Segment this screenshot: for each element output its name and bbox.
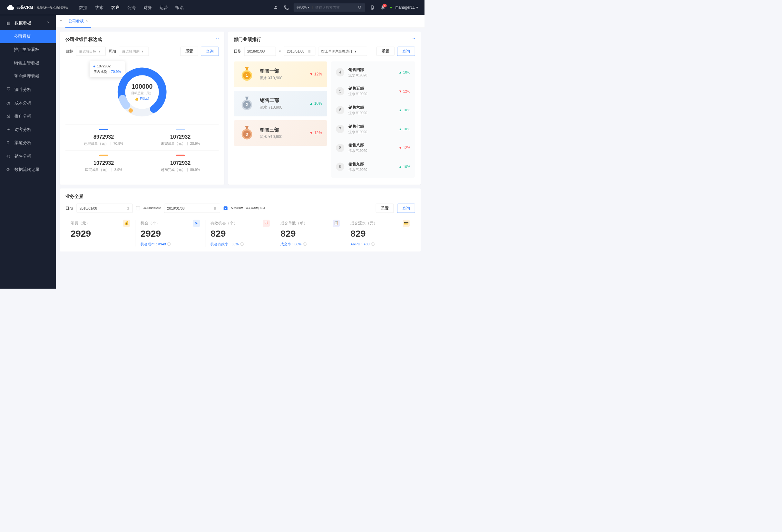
user-menu[interactable]: manager11▾: [390, 5, 418, 10]
sidebar-item[interactable]: ✈访客分析: [0, 123, 56, 136]
rank-card: 3销售三部流水 ¥10,900▼12%: [234, 120, 327, 146]
kpi-icon: 📋: [333, 220, 340, 227]
panel-title: 部门业绩排行: [234, 36, 261, 42]
help-icon: ⓘ: [167, 242, 171, 247]
arrow-icon: ▲: [399, 127, 402, 131]
notification-icon[interactable]: 5: [380, 4, 386, 11]
chevron-down-icon: ▾: [355, 49, 356, 54]
sidebar-item[interactable]: ◔成本分析: [0, 96, 56, 110]
content: ☰ 公司看板 × 公司业绩目标达成 ⛶ 目标 请选择目标▾ 周期: [56, 15, 425, 289]
collapse-sidebar-icon[interactable]: ☰: [60, 20, 62, 23]
medal-icon: 3: [239, 125, 255, 141]
sidebar-item[interactable]: 客户经理看板: [0, 70, 56, 83]
device-icon[interactable]: [369, 4, 376, 11]
user-icon[interactable]: [273, 4, 279, 11]
chevron-down-icon: ▾: [308, 6, 309, 9]
rank-row: 6销售六部流水 ¥19020▲10%: [331, 101, 415, 119]
date-to-input[interactable]: 2018/01/08🗓: [284, 47, 315, 56]
rank-row: 9销售九部流水 ¥19020▲10%: [331, 157, 415, 176]
compare-label: 与其他时间对比: [143, 207, 161, 210]
sidebar-item[interactable]: 公司看板: [0, 30, 56, 43]
date-input-1[interactable]: 2018/01/08🗓: [77, 204, 133, 213]
reset-button[interactable]: 重置: [180, 47, 198, 56]
kpi-icon: 🛡: [263, 220, 270, 227]
query-button[interactable]: 查询: [397, 47, 415, 56]
nav-财务[interactable]: 财务: [143, 5, 152, 10]
sidebar-item[interactable]: ⟳数据流转记录: [0, 163, 56, 176]
arrow-icon: ▼: [399, 146, 402, 150]
query-button[interactable]: 查询: [201, 47, 218, 56]
search-button[interactable]: [355, 5, 365, 10]
mode-select[interactable]: 按工单客户经理统计▾: [318, 47, 367, 56]
calendar-icon: 🗓: [308, 49, 311, 53]
period-label: 周期: [109, 49, 116, 54]
expand-icon[interactable]: ⛶: [216, 38, 219, 41]
period-select[interactable]: 请选择周期▾: [119, 47, 149, 56]
help-icon: ⓘ: [371, 242, 375, 247]
rank-row: 8销售八部流水 ¥19020▼12%: [331, 138, 415, 157]
phone-icon[interactable]: [283, 4, 289, 11]
nav-客户[interactable]: 客户: [111, 5, 119, 10]
sidebar-item[interactable]: ◎销售分析: [0, 150, 56, 163]
arrow-icon: ▲: [399, 108, 402, 112]
cash-checkbox[interactable]: [224, 206, 227, 210]
close-icon[interactable]: ×: [85, 19, 88, 23]
logo: 云朵CRM 教育机构一站式服务云平台: [6, 3, 69, 11]
sidebar-item[interactable]: ⇲推广分析: [0, 110, 56, 123]
sidebar: ▥ 数据看板 ⌃ 公司看板推广主管看板销售主管看板客户经理看板 ⛉漏斗分析◔成本…: [0, 15, 56, 289]
search-type-select[interactable]: 手机号码▾: [294, 6, 313, 9]
search-input[interactable]: [312, 5, 354, 9]
nav-公海[interactable]: 公海: [127, 5, 136, 10]
stat-item: 8972932已完成量（元） | 70.9%: [65, 125, 142, 150]
nav-运营[interactable]: 运营: [159, 5, 168, 10]
date-label: 日期: [234, 49, 242, 54]
query-button[interactable]: 查询: [397, 204, 415, 213]
panel-title: 业务全景: [65, 193, 83, 200]
sidebar-group-dashboard[interactable]: ▥ 数据看板 ⌃: [0, 16, 56, 30]
chevron-down-icon: ▾: [416, 5, 418, 10]
panel-title: 公司业绩目标达成: [65, 36, 102, 42]
achieved-badge: 👍已达成: [135, 97, 149, 101]
target-select[interactable]: 请选择目标▾: [76, 47, 106, 56]
date-input-2[interactable]: 2018/01/08🗓: [164, 204, 220, 213]
arrow-icon: ▲: [399, 165, 402, 169]
target-panel: 公司业绩目标达成 ⛶ 目标 请选择目标▾ 周期 请选择周期▾ 重置 查询: [60, 32, 224, 185]
kpi-card: 成交单数（单）📋829成交率：80% ⓘ: [275, 220, 345, 247]
header: 云朵CRM 教育机构一站式服务云平台 数据线索客户公海财务运营报名 手机号码▾ …: [0, 0, 425, 15]
expand-icon[interactable]: ⛶: [413, 38, 415, 41]
sidebar-item[interactable]: ⛉漏斗分析: [0, 83, 56, 96]
stat-item: 1072932超额完成（元） | 89.9%: [142, 150, 219, 176]
kpi-icon: ➤: [193, 220, 200, 227]
nav-线索[interactable]: 线索: [95, 5, 104, 10]
stat-item: 1072932未完成量（元） | 20.9%: [142, 125, 219, 150]
overview-panel: 业务全景 日期 2018/01/08🗓 与其他时间对比 2018/01/08🗓 …: [60, 189, 421, 251]
rank-card: 1销售一部流水 ¥10,900▼12%: [234, 62, 327, 87]
help-icon: ⓘ: [240, 242, 244, 247]
medal-icon: 2: [239, 96, 255, 112]
reset-button[interactable]: 重置: [376, 204, 394, 213]
cash-label: 按现金消费（返点后消费）统计: [231, 207, 265, 210]
thumb-icon: 👍: [135, 97, 139, 101]
nav-数据[interactable]: 数据: [79, 5, 87, 10]
menu-icon: ◔: [6, 101, 11, 105]
sidebar-item[interactable]: ⚲渠道分析: [0, 136, 56, 149]
arrow-icon: ▲: [399, 70, 402, 74]
menu-icon: ⇲: [6, 114, 11, 119]
kpi-card: 成交流水（元）💳829ARPU：¥80 ⓘ: [345, 220, 415, 247]
sidebar-item[interactable]: 推广主管看板: [0, 43, 56, 57]
help-icon: ⓘ: [303, 242, 307, 247]
kpi-card: 消费（元）💰2929: [65, 220, 135, 247]
target-label: 目标: [65, 49, 73, 54]
svg-text:1: 1: [246, 73, 248, 78]
menu-icon: ⛉: [6, 87, 11, 92]
tab-company-board[interactable]: 公司看板 ×: [65, 15, 91, 28]
kpi-icon: 💰: [123, 220, 130, 227]
compare-checkbox[interactable]: [136, 206, 140, 210]
arrow-icon: ▼: [310, 131, 313, 135]
kpi-card: 有效机会（个）🛡829机会有效率：80% ⓘ: [205, 220, 275, 247]
svg-text:3: 3: [246, 132, 248, 137]
date-from-input[interactable]: 2018/01/08: [244, 47, 276, 56]
sidebar-item[interactable]: 销售主管看板: [0, 57, 56, 70]
nav-报名[interactable]: 报名: [175, 5, 184, 10]
reset-button[interactable]: 重置: [377, 47, 394, 56]
